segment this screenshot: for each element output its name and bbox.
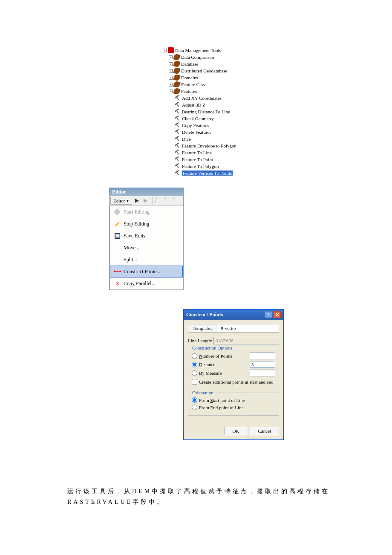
tool-icon bbox=[175, 156, 181, 162]
by-measure-input[interactable] bbox=[250, 370, 275, 376]
distance-label: Distance bbox=[199, 362, 216, 367]
editor-dropdown-button[interactable]: Editor▼ bbox=[110, 197, 132, 205]
tree-tool[interactable]: Adjust 3D Z bbox=[163, 101, 236, 108]
tree-child[interactable]: +Distributed Geodatabase bbox=[163, 67, 236, 74]
expand-icon[interactable]: + bbox=[169, 83, 173, 87]
construct-points-icon: ⟷ bbox=[113, 268, 121, 275]
from-end-radio[interactable] bbox=[192, 405, 197, 410]
collapse-icon[interactable]: − bbox=[169, 90, 173, 93]
construct-points-dialog: Construct Points ? ✕ Template... vertex … bbox=[183, 309, 284, 440]
toolset-icon bbox=[173, 60, 180, 67]
tree-tool[interactable]: Feature To Line bbox=[163, 149, 236, 156]
pencil-stop-icon bbox=[113, 220, 121, 228]
menu-move[interactable]: Move... bbox=[110, 242, 183, 254]
number-of-points-radio[interactable] bbox=[192, 353, 197, 359]
blank-icon bbox=[113, 244, 121, 251]
toolset-icon bbox=[173, 53, 180, 61]
by-measure-label: By Measure bbox=[199, 370, 222, 376]
blank-icon bbox=[113, 256, 121, 263]
vertex-symbol-icon bbox=[221, 327, 223, 330]
toolset-icon bbox=[173, 67, 180, 74]
arc-tool-icon[interactable]: ⌒ bbox=[163, 197, 170, 204]
tree-tool[interactable]: Add XY Coordinates bbox=[163, 95, 236, 101]
tree-tool[interactable]: Delete Features bbox=[163, 129, 236, 136]
tree-root-node[interactable]: − Data Management Tools bbox=[163, 47, 236, 54]
tool-icon bbox=[175, 116, 181, 121]
expand-icon[interactable]: + bbox=[169, 76, 173, 80]
pencil-icon bbox=[113, 208, 121, 216]
separator bbox=[152, 197, 153, 205]
collapse-icon[interactable]: − bbox=[163, 49, 167, 52]
tree-tool[interactable]: Feature To Point bbox=[163, 156, 236, 163]
expand-icon[interactable]: + bbox=[169, 69, 173, 73]
toolset-icon bbox=[173, 81, 180, 88]
tool-icon bbox=[175, 143, 181, 149]
line-length-label: Line Length: bbox=[188, 338, 213, 343]
number-of-points-input[interactable] bbox=[250, 353, 275, 359]
tool-icon bbox=[175, 109, 181, 115]
ok-button[interactable]: OK bbox=[225, 427, 248, 435]
menu-split[interactable]: Split... bbox=[110, 254, 183, 266]
tool-icon bbox=[175, 129, 181, 135]
template-button[interactable]: Template... bbox=[188, 324, 218, 332]
dialog-titlebar[interactable]: Construct Points ? ✕ bbox=[184, 309, 283, 320]
tool-icon bbox=[175, 95, 181, 101]
editor-window-title: Editor bbox=[110, 188, 183, 196]
save-icon bbox=[113, 232, 121, 240]
tool-icon bbox=[175, 122, 181, 128]
construction-options-legend: Construction Options bbox=[191, 345, 233, 350]
by-measure-radio[interactable] bbox=[192, 370, 197, 376]
menu-construct-points[interactable]: ⟷Construct Points... bbox=[110, 266, 183, 278]
construction-options-group: Construction Options Number of Points Di… bbox=[188, 348, 279, 388]
editor-menu: Start Editing Stop Editing Save Edits Mo… bbox=[110, 206, 183, 290]
separator bbox=[133, 197, 133, 205]
help-button[interactable]: ? bbox=[265, 311, 272, 318]
cancel-button[interactable]: Cancel bbox=[250, 427, 279, 435]
expand-icon[interactable]: + bbox=[169, 62, 173, 66]
tree-tool[interactable]: Check Geometry bbox=[163, 115, 236, 122]
tree-tool[interactable]: Dice bbox=[163, 136, 236, 142]
from-end-label: From End point of Line bbox=[199, 405, 244, 410]
distance-radio[interactable] bbox=[192, 362, 197, 367]
tree-child[interactable]: +Domains bbox=[163, 74, 236, 81]
toolset-icon bbox=[173, 87, 180, 95]
tree-root-label: Data Management Tools bbox=[175, 48, 221, 53]
expand-icon[interactable]: + bbox=[169, 55, 173, 59]
trace-tool-icon[interactable]: ⌒ bbox=[171, 197, 178, 204]
from-start-label: From Start point of Line bbox=[199, 398, 245, 403]
tree-child-features[interactable]: −Features bbox=[163, 88, 236, 95]
from-start-radio[interactable] bbox=[192, 397, 197, 403]
editor-toolbar-window: Editor Editor▼ ▶ ▶ ╱ ⌒ ⌒ Start Editing S… bbox=[109, 188, 184, 290]
orientation-legend: Orientation bbox=[191, 390, 215, 395]
menu-stop-editing[interactable]: Stop Editing bbox=[110, 218, 183, 230]
dialog-title-text: Construct Points bbox=[186, 312, 223, 318]
toolset-icon bbox=[173, 74, 180, 81]
edit-tool-icon[interactable]: ▶ bbox=[135, 197, 142, 204]
tree-tool[interactable]: Bearing Distance To Line bbox=[163, 108, 236, 115]
catalog-tree: − Data Management Tools +Data Comparison… bbox=[163, 47, 236, 176]
template-display: vertex bbox=[218, 324, 279, 332]
additional-points-checkbox[interactable] bbox=[192, 379, 197, 384]
tool-icon bbox=[175, 170, 181, 176]
menu-save-edits[interactable]: Save Edits bbox=[110, 230, 183, 242]
description-text: 运行该工具后，从DEM中提取了高程值赋予特征点，提取出的高程存储在 RASTER… bbox=[67, 486, 331, 507]
orientation-group: Orientation From Start point of Line Fro… bbox=[188, 393, 279, 416]
distance-input[interactable] bbox=[250, 361, 275, 368]
toolbox-icon bbox=[168, 47, 174, 53]
menu-copy-parallel[interactable]: ⤨Copy Parallel... bbox=[110, 278, 183, 289]
number-of-points-label: Number of Points bbox=[199, 353, 232, 358]
tree-child[interactable]: +Feature Class bbox=[163, 81, 236, 88]
tool-icon bbox=[175, 102, 181, 108]
menu-start-editing: Start Editing bbox=[110, 206, 183, 218]
close-button[interactable]: ✕ bbox=[273, 311, 281, 318]
tree-tool[interactable]: Copy Features bbox=[163, 122, 236, 129]
tool-icon bbox=[175, 136, 181, 142]
tree-child[interactable]: +Database bbox=[163, 61, 236, 67]
tree-tool[interactable]: Feature Envelope to Polygon bbox=[163, 142, 236, 149]
line-tool-icon[interactable]: ╱ bbox=[154, 197, 161, 204]
tree-tool-selected[interactable]: Feature Vertices To Points bbox=[163, 170, 236, 176]
tree-child[interactable]: +Data Comparison bbox=[163, 54, 236, 61]
additional-points-label: Create additional points at start and en… bbox=[199, 379, 274, 384]
tree-tool[interactable]: Feature To Polygon bbox=[163, 163, 236, 170]
edit-annotation-icon[interactable]: ▶ bbox=[144, 197, 150, 204]
